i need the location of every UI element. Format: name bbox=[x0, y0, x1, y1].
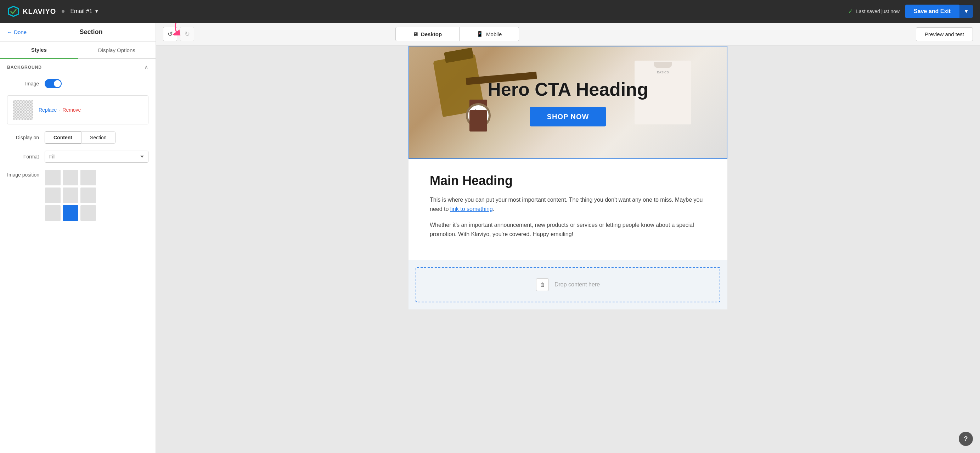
pos-top-left[interactable] bbox=[45, 170, 60, 185]
hero-section: BASICS Hero CTA Heading SHOP NOW bbox=[409, 46, 727, 159]
paragraph1-link[interactable]: link to something bbox=[450, 206, 493, 212]
image-toggle[interactable] bbox=[45, 79, 62, 88]
background-section-header: BACKGROUND ∧ bbox=[0, 59, 156, 75]
help-button[interactable]: ? bbox=[959, 432, 973, 446]
desktop-icon: 🖥 bbox=[413, 31, 418, 37]
right-content: ↺ ↻ 🖥 Desktop 📱 Mobile Preview and test bbox=[156, 23, 980, 453]
content-section: Main Heading This is where you can put y… bbox=[409, 159, 727, 260]
format-row: Format Fill Fit Tile Stretch bbox=[0, 147, 156, 166]
left-panel: ← Done Section Styles Display Options BA… bbox=[0, 23, 156, 453]
check-icon: ✓ bbox=[848, 8, 853, 15]
image-position-grid bbox=[45, 170, 96, 221]
save-exit-button[interactable]: Save and Exit bbox=[905, 5, 959, 18]
save-exit-dropdown[interactable]: ▼ bbox=[959, 5, 973, 18]
nav-left: KLAVIYO Email #1 ▼ bbox=[7, 5, 99, 18]
background-label: BACKGROUND bbox=[7, 65, 42, 70]
klaviyo-logo-icon bbox=[7, 5, 20, 18]
pos-mid-left[interactable] bbox=[45, 188, 60, 203]
display-content-btn[interactable]: Content bbox=[45, 131, 81, 144]
tshirt-text: BASICS bbox=[635, 64, 691, 74]
desktop-view-button[interactable]: 🖥 Desktop bbox=[395, 27, 459, 41]
nav-right: ✓ Last saved just now Save and Exit ▼ bbox=[848, 5, 973, 18]
panel-header: ← Done Section bbox=[0, 23, 156, 42]
main-heading: Main Heading bbox=[430, 173, 706, 188]
shop-now-button[interactable]: SHOP NOW bbox=[530, 107, 606, 126]
display-on-row: Display on Content Section bbox=[0, 128, 156, 147]
last-saved-status: ✓ Last saved just now bbox=[848, 8, 900, 15]
mobile-view-button[interactable]: 📱 Mobile bbox=[459, 27, 519, 41]
collapse-button[interactable]: ∧ bbox=[144, 64, 148, 70]
image-toggle-row: Image bbox=[0, 75, 156, 92]
display-section-btn[interactable]: Section bbox=[81, 131, 116, 144]
watch-band-bottom bbox=[469, 110, 487, 131]
img-position-label: Image position bbox=[7, 170, 39, 178]
brand-name: KLAVIYO bbox=[23, 8, 56, 16]
format-label: Format bbox=[7, 154, 39, 160]
back-button[interactable]: ← Done bbox=[7, 29, 27, 35]
separator: · bbox=[59, 107, 60, 113]
format-select[interactable]: Fill Fit Tile Stretch bbox=[45, 151, 148, 163]
canvas-area: BASICS Hero CTA Heading SHOP NOW Main He… bbox=[156, 46, 980, 453]
image-actions: Replace · Remove bbox=[39, 107, 81, 113]
top-nav: KLAVIYO Email #1 ▼ ✓ Last saved just now… bbox=[0, 0, 980, 23]
image-position-label-row: Image position bbox=[0, 166, 156, 222]
logo: KLAVIYO bbox=[7, 5, 56, 18]
tabs-row: Styles Display Options bbox=[0, 42, 156, 59]
image-box: Replace · Remove bbox=[7, 95, 148, 124]
hero-heading: Hero CTA Heading bbox=[487, 79, 648, 100]
image-thumbnail bbox=[13, 100, 33, 120]
preview-test-button[interactable]: Preview and test bbox=[916, 27, 973, 41]
mobile-label: Mobile bbox=[486, 31, 502, 37]
drop-zone-container: 🗑 Drop content here bbox=[409, 260, 727, 309]
pos-bot-right[interactable] bbox=[80, 205, 96, 221]
main-layout: ← Done Section Styles Display Options BA… bbox=[0, 23, 980, 453]
save-exit-group: Save and Exit ▼ bbox=[905, 5, 973, 18]
body-text-2: Whether it's an important announcement, … bbox=[430, 220, 706, 239]
email-canvas: BASICS Hero CTA Heading SHOP NOW Main He… bbox=[409, 46, 727, 309]
image-label: Image bbox=[7, 81, 39, 86]
remove-link[interactable]: Remove bbox=[62, 107, 81, 113]
pos-top-center[interactable] bbox=[63, 170, 78, 185]
undo-redo-group: ↺ ↻ bbox=[163, 27, 194, 41]
view-toggle-group: 🖥 Desktop 📱 Mobile bbox=[395, 27, 519, 41]
drop-zone-label: Drop content here bbox=[554, 281, 600, 288]
drop-zone[interactable]: 🗑 Drop content here bbox=[415, 267, 720, 302]
redo-button[interactable]: ↻ bbox=[180, 27, 194, 41]
hero-text-overlay: Hero CTA Heading SHOP NOW bbox=[487, 79, 648, 126]
tab-display-options[interactable]: Display Options bbox=[78, 42, 156, 58]
editor-toolbar: ↺ ↻ 🖥 Desktop 📱 Mobile Preview and test bbox=[156, 23, 980, 46]
pos-mid-center[interactable] bbox=[63, 188, 78, 203]
pos-mid-right[interactable] bbox=[80, 188, 96, 203]
pos-bot-left[interactable] bbox=[45, 205, 60, 221]
svg-marker-0 bbox=[8, 6, 18, 16]
email-title[interactable]: Email #1 ▼ bbox=[70, 8, 99, 14]
delete-section-button[interactable]: 🗑 bbox=[536, 278, 549, 291]
undo-button[interactable]: ↺ bbox=[163, 27, 177, 41]
watch-container bbox=[466, 103, 491, 128]
pos-bot-center[interactable] bbox=[63, 205, 78, 221]
display-on-group: Content Section bbox=[45, 131, 116, 144]
body-text-1: This is where you can put your most impo… bbox=[430, 195, 706, 214]
mobile-icon: 📱 bbox=[477, 31, 483, 37]
pos-top-right[interactable] bbox=[80, 170, 96, 185]
status-dot bbox=[62, 10, 64, 13]
email-name: Email #1 bbox=[70, 8, 92, 14]
paragraph1-after: . bbox=[493, 206, 494, 212]
display-on-label: Display on bbox=[7, 135, 39, 140]
desktop-label: Desktop bbox=[421, 31, 442, 37]
panel-title: Section bbox=[33, 28, 148, 36]
email-dropdown-arrow: ▼ bbox=[95, 9, 99, 14]
replace-link[interactable]: Replace bbox=[39, 107, 57, 113]
tab-styles[interactable]: Styles bbox=[0, 42, 78, 59]
last-saved-text: Last saved just now bbox=[856, 8, 900, 14]
